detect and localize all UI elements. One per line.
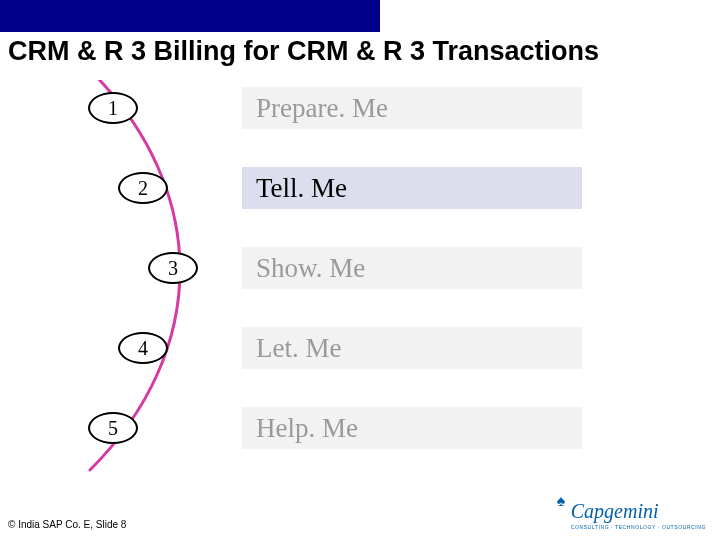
step-label-1: Prepare. Me — [242, 87, 582, 129]
step-label-2: Tell. Me — [242, 167, 582, 209]
logo-name: ♠ Capgemini — [571, 500, 706, 523]
step-label-3: Show. Me — [242, 247, 582, 289]
slide: CRM & R 3 Billing for CRM & R 3 Transact… — [0, 0, 720, 540]
logo-text: Capgemini — [571, 500, 659, 522]
steps-diagram: 1 2 3 4 5 Prepare. Me Tell. Me Show. Me … — [0, 80, 720, 510]
footer-text: © India SAP Co. E, Slide 8 — [8, 519, 126, 530]
step-num: 1 — [108, 97, 118, 120]
step-num: 2 — [138, 177, 148, 200]
step-node-3: 3 — [148, 252, 198, 284]
step-node-5: 5 — [88, 412, 138, 444]
step-label-5: Help. Me — [242, 407, 582, 449]
step-node-4: 4 — [118, 332, 168, 364]
step-label-4: Let. Me — [242, 327, 582, 369]
step-node-2: 2 — [118, 172, 168, 204]
brand-logo: ♠ Capgemini CONSULTING · TECHNOLOGY · OU… — [571, 500, 706, 530]
spade-icon: ♠ — [557, 492, 566, 510]
step-node-1: 1 — [88, 92, 138, 124]
step-num: 3 — [168, 257, 178, 280]
page-title: CRM & R 3 Billing for CRM & R 3 Transact… — [8, 36, 599, 67]
step-num: 5 — [108, 417, 118, 440]
header-bar — [0, 0, 380, 32]
logo-tagline: CONSULTING · TECHNOLOGY · OUTSOURCING — [571, 524, 706, 530]
step-num: 4 — [138, 337, 148, 360]
